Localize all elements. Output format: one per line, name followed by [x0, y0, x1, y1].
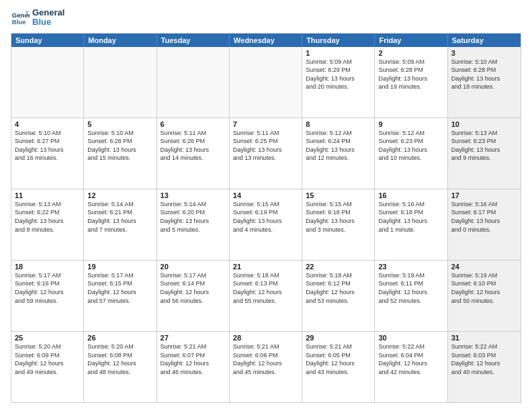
day-info: Sunrise: 5:21 AM Sunset: 6:06 PM Dayligh…	[233, 342, 298, 376]
header-saturday: Saturday	[448, 34, 521, 47]
day-cell: 21Sunrise: 5:18 AM Sunset: 6:13 PM Dayli…	[230, 261, 302, 331]
day-cell: 8Sunrise: 5:12 AM Sunset: 6:24 PM Daylig…	[302, 118, 375, 189]
header-thursday: Thursday	[302, 34, 375, 47]
day-cell: 4Sunrise: 5:10 AM Sunset: 6:27 PM Daylig…	[11, 118, 84, 189]
day-number: 6	[161, 120, 226, 128]
day-cell: 24Sunrise: 5:19 AM Sunset: 6:10 PM Dayli…	[448, 261, 521, 331]
day-info: Sunrise: 5:22 AM Sunset: 6:03 PM Dayligh…	[451, 342, 517, 376]
day-number: 9	[378, 120, 443, 128]
day-number: 17	[451, 191, 517, 199]
day-info: Sunrise: 5:14 AM Sunset: 6:21 PM Dayligh…	[87, 200, 152, 234]
day-number: 25	[15, 334, 80, 342]
day-info: Sunrise: 5:19 AM Sunset: 6:10 PM Dayligh…	[451, 271, 517, 305]
day-number: 10	[451, 120, 517, 128]
header-tuesday: Tuesday	[157, 34, 230, 47]
day-info: Sunrise: 5:19 AM Sunset: 6:11 PM Dayligh…	[378, 271, 443, 305]
logo-icon: General Blue	[11, 8, 30, 27]
day-info: Sunrise: 5:18 AM Sunset: 6:12 PM Dayligh…	[306, 271, 371, 305]
header-sunday: Sunday	[11, 34, 84, 47]
day-cell: 25Sunrise: 5:20 AM Sunset: 6:09 PM Dayli…	[11, 332, 84, 402]
day-number: 1	[306, 49, 371, 57]
day-number: 22	[306, 263, 371, 271]
day-cell: 16Sunrise: 5:16 AM Sunset: 6:18 PM Dayli…	[375, 189, 447, 260]
day-cell: 11Sunrise: 5:13 AM Sunset: 6:22 PM Dayli…	[11, 189, 84, 260]
header-monday: Monday	[84, 34, 157, 47]
day-number: 13	[161, 191, 226, 199]
day-cell: 7Sunrise: 5:11 AM Sunset: 6:25 PM Daylig…	[230, 118, 302, 189]
day-number: 27	[161, 334, 226, 342]
header: General Blue General Blue	[11, 8, 521, 28]
day-number: 19	[87, 263, 152, 271]
day-info: Sunrise: 5:10 AM Sunset: 6:28 PM Dayligh…	[451, 58, 517, 91]
day-cell: 29Sunrise: 5:21 AM Sunset: 6:05 PM Dayli…	[302, 332, 375, 402]
day-info: Sunrise: 5:17 AM Sunset: 6:16 PM Dayligh…	[15, 271, 80, 305]
day-cell: 30Sunrise: 5:22 AM Sunset: 6:04 PM Dayli…	[375, 332, 447, 402]
day-info: Sunrise: 5:20 AM Sunset: 6:08 PM Dayligh…	[87, 342, 152, 376]
header-friday: Friday	[375, 34, 447, 47]
week-row-1: 1Sunrise: 5:09 AM Sunset: 6:29 PM Daylig…	[11, 47, 521, 118]
day-number: 30	[378, 334, 443, 342]
day-info: Sunrise: 5:18 AM Sunset: 6:13 PM Dayligh…	[233, 271, 298, 305]
day-info: Sunrise: 5:22 AM Sunset: 6:04 PM Dayligh…	[378, 342, 443, 376]
week-row-4: 18Sunrise: 5:17 AM Sunset: 6:16 PM Dayli…	[11, 261, 521, 332]
header-wednesday: Wednesday	[230, 34, 302, 47]
day-number: 5	[87, 120, 152, 128]
day-cell: 31Sunrise: 5:22 AM Sunset: 6:03 PM Dayli…	[448, 332, 521, 402]
day-info: Sunrise: 5:15 AM Sunset: 6:18 PM Dayligh…	[306, 200, 371, 234]
day-number: 20	[161, 263, 226, 271]
day-headers: Sunday Monday Tuesday Wednesday Thursday…	[11, 34, 521, 47]
logo-blue: Blue	[32, 17, 64, 27]
day-number: 26	[87, 334, 152, 342]
day-cell: 14Sunrise: 5:15 AM Sunset: 6:19 PM Dayli…	[230, 189, 302, 260]
page: General Blue General Blue Sunday Monday …	[0, 0, 532, 411]
day-info: Sunrise: 5:12 AM Sunset: 6:24 PM Dayligh…	[306, 129, 371, 163]
day-number: 11	[15, 191, 80, 199]
day-number: 23	[378, 263, 443, 271]
day-cell: 22Sunrise: 5:18 AM Sunset: 6:12 PM Dayli…	[302, 261, 375, 331]
day-number: 28	[233, 334, 298, 342]
day-number: 16	[378, 191, 443, 199]
day-number: 12	[87, 191, 152, 199]
day-cell: 12Sunrise: 5:14 AM Sunset: 6:21 PM Dayli…	[84, 189, 157, 260]
day-info: Sunrise: 5:16 AM Sunset: 6:17 PM Dayligh…	[451, 200, 517, 234]
day-number: 31	[451, 334, 517, 342]
day-cell: 26Sunrise: 5:20 AM Sunset: 6:08 PM Dayli…	[84, 332, 157, 402]
svg-text:Blue: Blue	[12, 18, 26, 26]
day-cell: 13Sunrise: 5:14 AM Sunset: 6:20 PM Dayli…	[157, 189, 230, 260]
day-info: Sunrise: 5:21 AM Sunset: 6:07 PM Dayligh…	[161, 342, 226, 376]
week-row-3: 11Sunrise: 5:13 AM Sunset: 6:22 PM Dayli…	[11, 189, 521, 261]
day-info: Sunrise: 5:13 AM Sunset: 6:22 PM Dayligh…	[15, 200, 80, 234]
day-number: 21	[233, 263, 298, 271]
day-cell: 9Sunrise: 5:12 AM Sunset: 6:23 PM Daylig…	[375, 118, 447, 189]
day-info: Sunrise: 5:14 AM Sunset: 6:20 PM Dayligh…	[161, 200, 226, 234]
day-info: Sunrise: 5:09 AM Sunset: 6:29 PM Dayligh…	[306, 58, 371, 91]
day-number: 3	[451, 49, 517, 57]
day-number: 7	[233, 120, 298, 128]
logo-general: General	[32, 8, 64, 17]
day-cell: 28Sunrise: 5:21 AM Sunset: 6:06 PM Dayli…	[230, 332, 302, 402]
day-cell: 2Sunrise: 5:09 AM Sunset: 6:28 PM Daylig…	[375, 47, 447, 118]
day-cell: 17Sunrise: 5:16 AM Sunset: 6:17 PM Dayli…	[448, 189, 521, 260]
day-cell: 20Sunrise: 5:17 AM Sunset: 6:14 PM Dayli…	[157, 261, 230, 331]
day-info: Sunrise: 5:17 AM Sunset: 6:14 PM Dayligh…	[161, 271, 226, 305]
day-number: 29	[306, 334, 371, 342]
day-info: Sunrise: 5:17 AM Sunset: 6:15 PM Dayligh…	[87, 271, 152, 305]
day-cell: 18Sunrise: 5:17 AM Sunset: 6:16 PM Dayli…	[11, 261, 84, 331]
day-info: Sunrise: 5:16 AM Sunset: 6:18 PM Dayligh…	[378, 200, 443, 234]
day-info: Sunrise: 5:21 AM Sunset: 6:05 PM Dayligh…	[306, 342, 371, 376]
day-info: Sunrise: 5:13 AM Sunset: 6:23 PM Dayligh…	[451, 129, 517, 163]
calendar: Sunday Monday Tuesday Wednesday Thursday…	[11, 33, 521, 403]
day-info: Sunrise: 5:11 AM Sunset: 6:25 PM Dayligh…	[233, 129, 298, 163]
day-info: Sunrise: 5:09 AM Sunset: 6:28 PM Dayligh…	[378, 58, 443, 91]
day-cell	[11, 47, 84, 118]
day-cell: 10Sunrise: 5:13 AM Sunset: 6:23 PM Dayli…	[448, 118, 521, 189]
day-info: Sunrise: 5:20 AM Sunset: 6:09 PM Dayligh…	[15, 342, 80, 376]
day-number: 24	[451, 263, 517, 271]
day-cell: 23Sunrise: 5:19 AM Sunset: 6:11 PM Dayli…	[375, 261, 447, 331]
day-number: 8	[306, 120, 371, 128]
day-cell: 27Sunrise: 5:21 AM Sunset: 6:07 PM Dayli…	[157, 332, 230, 402]
logo: General Blue General Blue	[11, 8, 64, 28]
day-number: 2	[378, 49, 443, 57]
day-number: 15	[306, 191, 371, 199]
day-info: Sunrise: 5:11 AM Sunset: 6:26 PM Dayligh…	[161, 129, 226, 163]
